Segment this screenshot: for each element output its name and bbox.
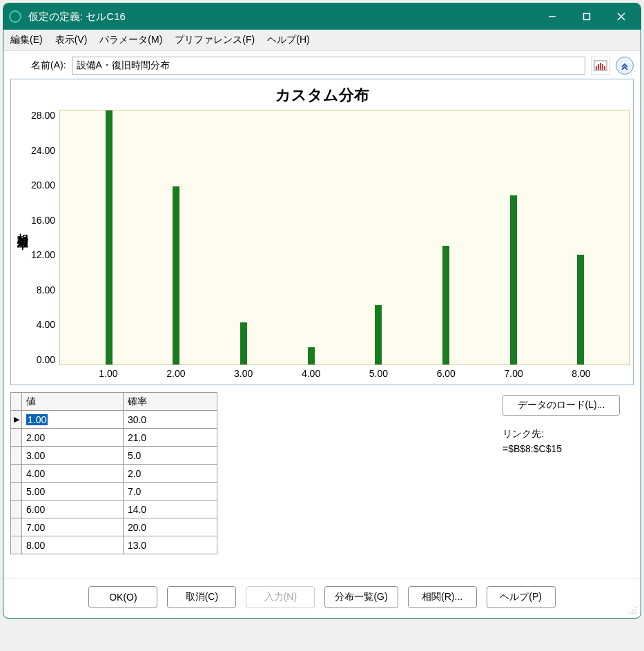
chart-plot-area (59, 110, 630, 365)
x-tick: 7.00 (500, 368, 527, 379)
distribution-picker-icon[interactable] (591, 57, 610, 75)
svg-point-14 (632, 612, 634, 614)
load-data-button[interactable]: データのロード(L)... (502, 395, 620, 416)
x-tick: 4.00 (297, 368, 325, 379)
cell-prob[interactable]: 13.0 (123, 536, 217, 554)
row-indicator (11, 518, 22, 536)
row-indicator (11, 465, 22, 483)
cell-value[interactable]: 7.00 (22, 518, 124, 536)
chart-title: カスタム分布 (14, 85, 630, 106)
y-tick: 4.00 (37, 319, 55, 330)
y-tick: 28.00 (31, 110, 55, 121)
chart-panel: カスタム分布 相対確率 28.0024.0020.0016.0012.008.0… (10, 79, 634, 385)
table-row[interactable]: 2.0021.0 (11, 429, 217, 447)
chart-bar (173, 186, 179, 365)
y-axis-ticks: 28.0024.0020.0016.0012.008.004.000.00 (31, 110, 59, 365)
y-tick: 8.00 (37, 284, 55, 295)
svg-rect-6 (598, 64, 599, 70)
name-label: 名前(A): (31, 59, 66, 72)
y-tick: 16.00 (31, 215, 55, 226)
x-axis-ticks: 1.002.003.004.005.006.007.008.00 (59, 365, 630, 379)
cell-value[interactable]: 1.00 (22, 411, 124, 429)
menu-edit[interactable]: 編集(E) (10, 34, 43, 46)
cell-value[interactable]: 4.00 (22, 465, 124, 483)
chart-bar (510, 195, 517, 365)
collapse-toggle-icon[interactable] (616, 57, 634, 75)
svg-point-13 (630, 612, 631, 614)
name-row: 名前(A): (10, 57, 634, 75)
chart-bar (308, 347, 315, 365)
cell-prob[interactable]: 2.0 (123, 465, 217, 483)
enter-button: 入力(N) (246, 586, 315, 608)
col-header-prob[interactable]: 確率 (123, 393, 217, 411)
footer-buttons: OK(O) 取消(C) 入力(N) 分布一覧(G) 相関(R)... ヘルプ(P… (3, 579, 641, 618)
table-row[interactable]: 5.007.0 (11, 483, 217, 501)
row-indicator (11, 501, 22, 518)
table-row[interactable]: 7.0020.0 (11, 518, 217, 536)
x-tick: 5.00 (364, 368, 392, 379)
col-header-value[interactable]: 値 (22, 393, 124, 411)
svg-rect-8 (602, 64, 603, 70)
cancel-button[interactable]: 取消(C) (167, 586, 236, 608)
y-tick: 24.00 (31, 145, 55, 156)
name-input[interactable] (72, 57, 585, 75)
table-row[interactable]: 8.0013.0 (11, 536, 217, 554)
x-tick: 1.00 (95, 368, 122, 379)
row-indicator (11, 536, 22, 554)
menu-params[interactable]: パラメータ(M) (99, 34, 162, 46)
titlebar: 仮定の定義: セルC16 (3, 3, 641, 30)
x-tick: 8.00 (567, 368, 595, 379)
chart-bar (375, 305, 382, 365)
minimize-button[interactable] (536, 6, 569, 28)
svg-rect-5 (596, 66, 597, 70)
menu-prefs[interactable]: プリファレンス(F) (175, 34, 255, 46)
table-row[interactable]: 4.002.0 (11, 465, 217, 483)
x-tick: 3.00 (230, 368, 257, 379)
menu-help[interactable]: ヘルプ(H) (267, 34, 309, 46)
ok-button[interactable]: OK(O) (88, 586, 157, 608)
dialog-window: 仮定の定義: セルC16 編集(E) 表示(V) パラメータ(M) プリファレン… (3, 3, 641, 619)
maximize-button[interactable] (570, 6, 603, 28)
link-reference: =$B$8:$C$15 (502, 443, 634, 454)
correlation-button[interactable]: 相関(R)... (408, 586, 477, 608)
cell-prob[interactable]: 20.0 (123, 518, 217, 536)
y-tick: 20.00 (31, 179, 55, 191)
cell-value[interactable]: 6.00 (22, 501, 124, 518)
table-corner (11, 393, 22, 411)
cell-value[interactable]: 8.00 (22, 536, 124, 554)
y-tick: 12.00 (31, 249, 55, 260)
cell-value[interactable]: 5.00 (22, 483, 124, 501)
svg-point-15 (635, 612, 636, 614)
row-indicator: ▶ (11, 411, 22, 429)
cell-value[interactable]: 3.00 (22, 447, 124, 465)
chart-bar (106, 110, 113, 365)
link-to-label: リンク先: (502, 428, 634, 440)
cell-prob[interactable]: 21.0 (123, 429, 217, 447)
table-row[interactable]: ▶1.0030.0 (11, 411, 217, 429)
gallery-button[interactable]: 分布一覧(G) (324, 586, 398, 608)
chart-bar (442, 246, 449, 365)
x-tick: 6.00 (432, 368, 460, 379)
cell-value[interactable]: 2.00 (22, 429, 124, 447)
y-axis-label: 相対確率 (14, 110, 31, 379)
cell-prob[interactable]: 14.0 (123, 501, 217, 518)
chart-bar (577, 255, 584, 365)
close-button[interactable] (605, 6, 638, 28)
app-icon (9, 10, 21, 23)
chart-bar (240, 322, 247, 365)
table-row[interactable]: 6.0014.0 (11, 501, 217, 518)
row-indicator (11, 483, 22, 501)
menu-view[interactable]: 表示(V) (55, 34, 88, 46)
help-button[interactable]: ヘルプ(P) (487, 586, 556, 608)
row-indicator (11, 429, 22, 447)
svg-point-12 (635, 610, 636, 611)
table-row[interactable]: 3.005.0 (11, 447, 217, 465)
cell-prob[interactable]: 5.0 (123, 447, 217, 465)
window-title: 仮定の定義: セルC16 (28, 10, 536, 23)
x-tick: 2.00 (162, 368, 190, 379)
cell-prob[interactable]: 30.0 (123, 411, 217, 429)
cell-prob[interactable]: 7.0 (123, 483, 217, 501)
svg-rect-7 (600, 63, 601, 70)
resize-grip-icon[interactable] (628, 605, 638, 615)
svg-rect-1 (584, 14, 590, 20)
